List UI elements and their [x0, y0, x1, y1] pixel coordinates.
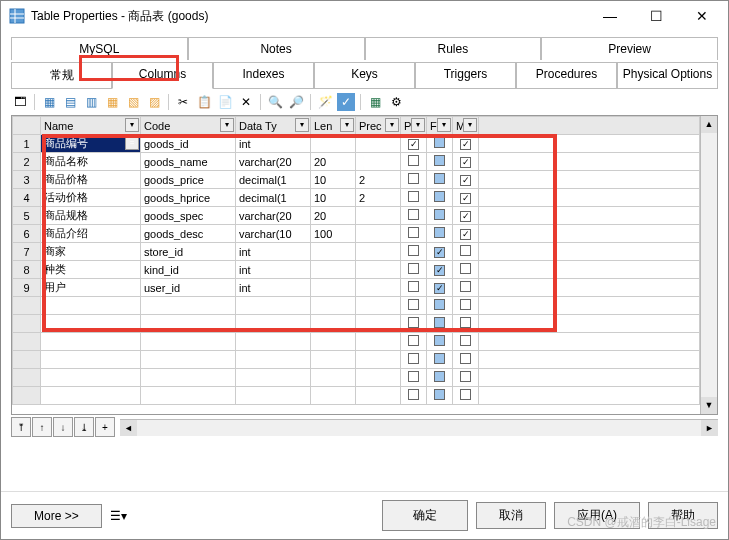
excel-icon[interactable]: ▦ [366, 93, 384, 111]
tab-physical options[interactable]: Physical Options [617, 62, 718, 88]
dropdown-icon[interactable]: ▾ [220, 118, 234, 132]
checkbox-f[interactable] [434, 155, 445, 166]
checkbox[interactable] [460, 317, 471, 328]
table-row[interactable]: 8种类kind_idint [13, 261, 700, 279]
checkbox-m[interactable] [460, 263, 471, 274]
checkbox[interactable] [460, 353, 471, 364]
checkbox-m[interactable] [460, 211, 471, 222]
table-row[interactable]: 7商家store_idint [13, 243, 700, 261]
properties-icon[interactable]: 🗔 [11, 93, 29, 111]
table-row[interactable]: 2商品名称goods_namevarchar(2020 [13, 153, 700, 171]
more-button[interactable]: More >> [11, 504, 102, 528]
tab-indexes[interactable]: Indexes [213, 62, 314, 88]
checkbox[interactable] [460, 299, 471, 310]
checkbox[interactable] [434, 353, 445, 364]
dropdown-icon[interactable]: ▾ [340, 118, 354, 132]
horizontal-scrollbar[interactable]: ◄ ► [120, 419, 718, 436]
checkbox-p[interactable] [408, 281, 419, 292]
scroll-down-icon[interactable]: ▼ [701, 397, 717, 414]
checkbox-m[interactable] [460, 175, 471, 186]
dropdown-icon[interactable]: ▾ [385, 118, 399, 132]
checkbox[interactable] [434, 317, 445, 328]
tab-常规[interactable]: 常规 [11, 62, 112, 88]
checkbox[interactable] [460, 371, 471, 382]
checkbox[interactable] [408, 353, 419, 364]
checkbox-m[interactable] [460, 193, 471, 204]
dropdown-icon[interactable]: = [125, 136, 139, 150]
copy-icon[interactable]: 📋 [195, 93, 213, 111]
wand-icon[interactable]: 🪄 [316, 93, 334, 111]
col-header[interactable] [13, 117, 41, 135]
checkbox[interactable] [408, 299, 419, 310]
tab-columns[interactable]: Columns [112, 62, 213, 89]
menu-icon[interactable]: ☰▾ [110, 507, 128, 525]
table-row-empty[interactable] [13, 315, 700, 333]
table-row-empty[interactable] [13, 297, 700, 315]
find-icon[interactable]: 🔍 [266, 93, 284, 111]
checkbox[interactable] [434, 371, 445, 382]
checkbox-f[interactable] [434, 209, 445, 220]
checkbox[interactable] [460, 335, 471, 346]
checkbox-m[interactable] [460, 229, 471, 240]
checkbox-f[interactable] [434, 137, 445, 148]
ok-button[interactable]: 确定 [382, 500, 468, 531]
dropdown-icon[interactable]: ▾ [437, 118, 451, 132]
table-row[interactable]: 4活动价格goods_hpricedecimal(1102 [13, 189, 700, 207]
add-row-icon[interactable]: ▤ [61, 93, 79, 111]
table-row[interactable]: 6商品介绍goods_descvarchar(10100 [13, 225, 700, 243]
tab-preview[interactable]: Preview [541, 37, 718, 60]
checkbox-p[interactable] [408, 263, 419, 274]
maximize-button[interactable]: ☐ [642, 6, 670, 26]
checkbox[interactable] [408, 317, 419, 328]
checkbox-p[interactable] [408, 173, 419, 184]
table-row-empty[interactable] [13, 351, 700, 369]
tab-notes[interactable]: Notes [188, 37, 365, 60]
checkbox-f[interactable] [434, 191, 445, 202]
tab-mysql[interactable]: MySQL [11, 37, 188, 60]
cancel-button[interactable]: 取消 [476, 502, 546, 529]
dropdown-icon[interactable]: ▾ [125, 118, 139, 132]
checkbox[interactable] [408, 335, 419, 346]
col-header[interactable]: Data Ty▾ [236, 117, 311, 135]
col-header[interactable]: F▾ [427, 117, 453, 135]
last-row-button[interactable]: ⤓ [74, 417, 94, 437]
col-header[interactable]: P▾ [401, 117, 427, 135]
col-header[interactable]: Prec▾ [356, 117, 401, 135]
apply-button[interactable]: 应用(A) [554, 502, 640, 529]
checkbox-p[interactable] [408, 245, 419, 256]
checkbox[interactable] [434, 299, 445, 310]
col-header[interactable]: Name▾ [41, 117, 141, 135]
checkbox-p[interactable] [408, 209, 419, 220]
next-row-button[interactable]: ↓ [53, 417, 73, 437]
dropdown-icon[interactable]: ▾ [411, 118, 425, 132]
checkbox[interactable] [460, 389, 471, 400]
insert-row-icon[interactable]: ▦ [40, 93, 58, 111]
table-row[interactable]: 3商品价格goods_pricedecimal(1102 [13, 171, 700, 189]
checkbox-p[interactable] [408, 139, 419, 150]
checkbox-f[interactable] [434, 265, 445, 276]
tab-procedures[interactable]: Procedures [516, 62, 617, 88]
checkbox-p[interactable] [408, 191, 419, 202]
tab-keys[interactable]: Keys [314, 62, 415, 88]
checkbox-f[interactable] [434, 173, 445, 184]
check-icon[interactable]: ✓ [337, 93, 355, 111]
table-icon-2[interactable]: ▥ [82, 93, 100, 111]
checkbox-m[interactable] [460, 139, 471, 150]
table-row-empty[interactable] [13, 387, 700, 405]
help-button[interactable]: 帮助 [648, 502, 718, 529]
customize-icon[interactable]: ⚙ [387, 93, 405, 111]
checkbox-m[interactable] [460, 157, 471, 168]
grid-icon[interactable]: ▦ [103, 93, 121, 111]
replace-icon[interactable]: 🔎 [287, 93, 305, 111]
checkbox-f[interactable] [434, 227, 445, 238]
checkbox-m[interactable] [460, 281, 471, 292]
col-header[interactable]: Len▾ [311, 117, 356, 135]
vertical-scrollbar[interactable]: ▲ ▼ [700, 116, 717, 414]
scroll-left-icon[interactable]: ◄ [120, 420, 137, 436]
col-header[interactable]: M▾ [453, 117, 479, 135]
table-row[interactable]: 5商品规格goods_specvarchar(2020 [13, 207, 700, 225]
checkbox-f[interactable] [434, 283, 445, 294]
scroll-right-icon[interactable]: ► [701, 420, 718, 436]
first-row-button[interactable]: ⤒ [11, 417, 31, 437]
filter-icon[interactable]: ▨ [145, 93, 163, 111]
